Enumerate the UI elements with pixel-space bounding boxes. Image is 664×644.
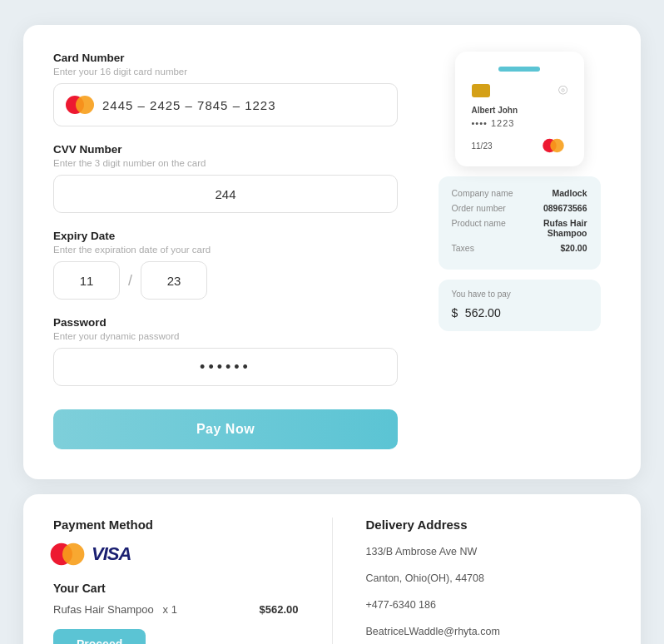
credit-card-visual: ⦾ Albert John •••• 1223 11/23 — [455, 52, 584, 166]
cart-item-price: $562.00 — [260, 603, 299, 616]
card-holder-name: Albert John — [472, 106, 567, 115]
order-info-box: Company name Madlock Order number 089673… — [439, 176, 601, 270]
card-top-bar — [498, 67, 540, 72]
delivery-address-line2: Canton, Ohio(OH), 44708 — [366, 570, 612, 587]
password-input[interactable] — [53, 348, 398, 386]
card-bottom-row: 11/23 — [472, 136, 567, 155]
company-name-value: Madlock — [552, 188, 587, 198]
chip-icon — [472, 84, 490, 97]
card-mastercard-icon — [543, 139, 564, 153]
order-number-row: Order number 089673566 — [452, 203, 587, 213]
order-number-value: 089673566 — [543, 203, 587, 213]
payment-methods-row: VISA — [53, 543, 299, 565]
contactless-icon: ⦾ — [558, 83, 567, 97]
cart-item-name: Rufas Hair Shampoo x 1 — [53, 603, 177, 616]
taxes-value: $20.00 — [560, 243, 587, 253]
proceed-button[interactable]: Proceed — [53, 629, 146, 644]
cvv-label: CVV Number — [53, 143, 398, 156]
cart-title: Your Cart — [53, 582, 299, 595]
expiry-row: / — [53, 261, 398, 300]
cart-item-row: Rufas Hair Shampoo x 1 $562.00 — [53, 603, 299, 616]
pay-amount: 562.00 — [465, 306, 501, 320]
delivery-phone: +477-6340 186 — [366, 597, 612, 613]
product-name-label: Product name — [452, 218, 506, 228]
delivery-title: Delivery Address — [366, 518, 612, 532]
order-number-label: Order number — [452, 203, 506, 213]
cvv-sublabel: Enter the 3 digit number on the card — [53, 158, 398, 168]
taxes-row: Taxes $20.00 — [452, 243, 587, 253]
product-name-value: Rufas Hair Shampoo — [513, 218, 587, 238]
card-visual-section: ⦾ Albert John •••• 1223 11/23 Company na… — [428, 52, 611, 331]
card-number-label: Card Number — [53, 52, 398, 64]
card-number-input[interactable]: 2445 – 2425 – 7845 – 1223 — [53, 83, 398, 126]
cvv-input[interactable] — [53, 175, 398, 213]
card-number-dots: •••• 1223 — [472, 118, 567, 128]
expiry-year-input[interactable] — [141, 261, 207, 300]
payment-form: Card Number Enter your 16 digit card num… — [53, 52, 398, 449]
pay-total-box: You have to pay $ 562.00 — [439, 280, 601, 331]
delivery-address-line1: 133/B Ambrose Ave NW — [366, 543, 612, 560]
payment-form-card: Card Number Enter your 16 digit card num… — [23, 25, 641, 479]
taxes-label: Taxes — [452, 243, 474, 253]
expiry-month-input[interactable] — [53, 261, 120, 300]
card-number-group: Card Number Enter your 16 digit card num… — [53, 52, 398, 126]
pay-now-button[interactable]: Pay Now — [53, 409, 398, 449]
company-name-row: Company name Madlock — [452, 188, 587, 198]
bottom-left-section: Payment Method VISA Your Cart Rufas Hair… — [53, 518, 333, 644]
pay-total-label: You have to pay — [452, 290, 587, 299]
bottom-mastercard-icon — [51, 543, 85, 565]
product-name-row: Product name Rufas Hair Shampoo — [452, 218, 587, 238]
mastercard-icon — [66, 96, 94, 114]
expiry-separator: / — [128, 272, 132, 290]
pay-total-amount: $ 562.00 — [452, 302, 587, 321]
delivery-section: Delivery Address 133/B Ambrose Ave NW Ca… — [333, 518, 612, 644]
expiry-label: Expiry Date — [53, 230, 398, 242]
password-sublabel: Enter your dynamic password — [53, 331, 398, 341]
expiry-sublabel: Enter the expiration date of your card — [53, 245, 398, 255]
card-icons-row: ⦾ — [472, 83, 567, 97]
password-label: Password — [53, 316, 398, 329]
card-number-sublabel: Enter your 16 digit card number — [53, 67, 398, 77]
card-number-value: 2445 – 2425 – 7845 – 1223 — [102, 98, 385, 112]
cvv-group: CVV Number Enter the 3 digit number on t… — [53, 143, 398, 213]
company-name-label: Company name — [452, 188, 513, 198]
delivery-email: BeatriceLWaddle@rhyta.com — [366, 623, 612, 640]
summary-card: Payment Method VISA Your Cart Rufas Hair… — [23, 494, 641, 644]
password-group: Password Enter your dynamic password — [53, 316, 398, 386]
expiry-group: Expiry Date Enter the expiration date of… — [53, 230, 398, 300]
payment-method-title: Payment Method — [53, 518, 299, 532]
mastercard-orange-circle — [76, 96, 94, 114]
visa-logo: VISA — [92, 543, 131, 565]
card-expiry: 11/23 — [472, 141, 493, 151]
pay-currency: $ — [452, 306, 458, 320]
